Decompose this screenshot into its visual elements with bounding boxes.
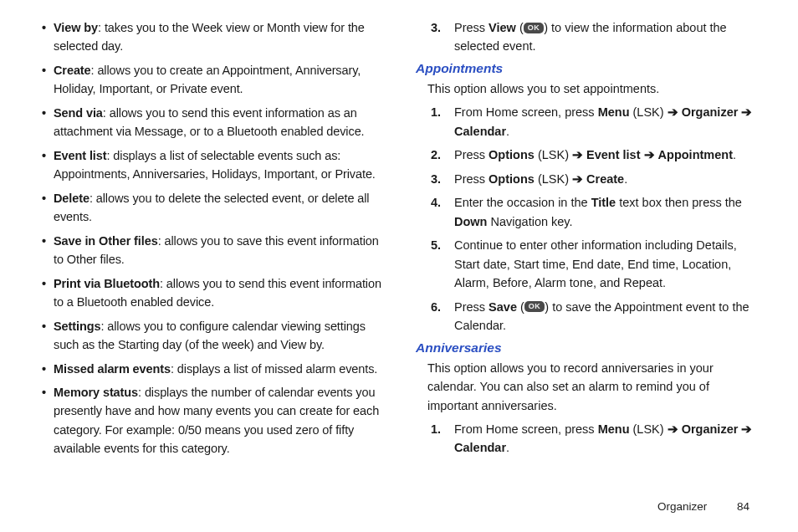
text: Continue to enter other information incl…: [454, 238, 737, 289]
step-number: 5.: [431, 236, 454, 292]
bullet-dot: •: [42, 18, 54, 56]
bullet-item: •Event list: displays a list of selectab…: [42, 146, 382, 184]
bullet-label: Memory status: [54, 386, 138, 399]
step-number: 1.: [431, 103, 454, 141]
bullet-text: Event list: displays a list of selectabl…: [54, 146, 382, 184]
bullet-text: Missed alarm events: displays a list of …: [54, 360, 382, 378]
text: (LSK): [630, 422, 668, 436]
bold-text: Appointment: [658, 148, 733, 161]
arrow-icon: ➔: [741, 105, 752, 119]
footer-page-number: 84: [737, 500, 749, 513]
bullet-desc: : allows you to delete the selected even…: [54, 192, 369, 223]
bullet-text: Send via: allows you to send this event …: [54, 104, 382, 141]
bullet-text: Memory status: displays the number of ca…: [54, 383, 382, 458]
bullet-desc: : takes you to the Week view or Month vi…: [54, 21, 365, 53]
step-item: 3.Press Options (LSK) ➔ Create.: [416, 170, 756, 188]
arrow-icon: ➔: [644, 148, 655, 161]
bullet-dot: •: [42, 146, 54, 184]
bullet-item: •Delete: allows you to delete the select…: [42, 189, 382, 227]
bullet-dot: •: [42, 360, 54, 378]
bullet-text: View by: takes you to the Week view or M…: [54, 18, 382, 56]
bullet-dot: •: [42, 383, 54, 458]
intro-anniversaries: This option allows you to record anniver…: [427, 359, 756, 415]
step-text: Press Options (LSK) ➔ Create.: [454, 170, 756, 188]
bold-text: Calendar: [454, 441, 506, 454]
step-item: 1.From Home screen, press Menu (LSK) ➔ O…: [416, 420, 756, 458]
text: Press: [454, 172, 489, 186]
arrow-icon: ➔: [668, 105, 678, 119]
step-text: From Home screen, press Menu (LSK) ➔ Org…: [454, 103, 756, 141]
bullet-label: Event list: [54, 149, 106, 162]
text: Enter the occasion in the: [454, 196, 591, 209]
text: (: [516, 21, 524, 34]
step-item: 4.Enter the occasion in the Title text b…: [416, 193, 756, 231]
bullet-item: •Missed alarm events: displays a list of…: [42, 360, 382, 378]
bullet-text: Create: allows you to create an Appointm…: [54, 61, 382, 99]
bold-text: Organizer: [682, 422, 739, 436]
text: From Home screen, press: [454, 422, 598, 436]
text: Press: [454, 300, 489, 314]
bullet-dot: •: [42, 104, 54, 141]
ok-icon: OK: [524, 301, 545, 312]
arrow-icon: ➔: [668, 422, 678, 436]
step-item: 3. Press View (OK) to view the informati…: [416, 18, 756, 56]
bullet-label: Delete: [54, 192, 90, 205]
page-body: •View by: takes you to the Week view or …: [0, 0, 798, 499]
bullet-dot: •: [42, 232, 54, 269]
bullet-item: •Create: allows you to create an Appoint…: [42, 61, 382, 99]
bold-text: Options: [489, 172, 535, 186]
text: Navigation key.: [487, 215, 572, 228]
step-item: 5.Continue to enter other information in…: [416, 236, 756, 292]
intro-appointments: This option allows you to set appointmen…: [427, 79, 756, 98]
bold-text: Down: [454, 215, 487, 228]
bullet-item: •Settings: allows you to configure calen…: [42, 317, 382, 355]
step-number: 6.: [431, 298, 454, 335]
arrow-icon: ➔: [572, 148, 583, 161]
bold-text: Create: [586, 172, 624, 186]
ok-icon: OK: [524, 23, 545, 33]
bold-text: Menu: [598, 105, 630, 119]
text: (LSK): [535, 172, 572, 186]
text: Press: [454, 148, 489, 161]
bullet-label: Missed alarm events: [54, 362, 171, 376]
bullet-label: Print via Bluetooth: [54, 277, 160, 290]
bold-text: Organizer: [682, 105, 739, 119]
bullet-item: •Memory status: displays the number of c…: [42, 383, 382, 458]
bullet-label: Settings: [54, 320, 100, 333]
step-text: From Home screen, press Menu (LSK) ➔ Org…: [454, 420, 756, 458]
bullet-desc: : allows you to configure calendar viewi…: [54, 320, 366, 351]
step-item: 2.Press Options (LSK) ➔ Event list ➔ App…: [416, 146, 756, 164]
bold-text: Event list: [586, 148, 640, 161]
anniversaries-steps: 1.From Home screen, press Menu (LSK) ➔ O…: [416, 420, 756, 458]
step-text: Enter the occasion in the Title text box…: [454, 193, 756, 231]
bullet-text: Save in Other files: allows you to save …: [54, 232, 382, 269]
bullet-item: •Send via: allows you to send this event…: [42, 104, 382, 141]
text: From Home screen, press: [454, 105, 598, 119]
bullet-desc: : displays a list of missed alarm events…: [171, 362, 377, 376]
text: (LSK): [535, 148, 572, 161]
text: .: [733, 148, 736, 161]
text: text box then press the: [616, 196, 742, 209]
arrow-icon: ➔: [741, 422, 752, 436]
bullet-item: •View by: takes you to the Week view or …: [42, 18, 382, 56]
text: .: [624, 172, 627, 186]
step-number: 4.: [431, 193, 454, 231]
step-item: 6.Press Save (OK) to save the Appointmen…: [416, 298, 756, 335]
right-column: 3. Press View (OK) to view the informati…: [399, 18, 756, 499]
text: Press: [454, 21, 489, 34]
step-text: Press Options (LSK) ➔ Event list ➔ Appoi…: [454, 146, 756, 164]
step-text: Press Save (OK) to save the Appointment …: [454, 298, 756, 335]
bold-text: Options: [489, 148, 535, 161]
step-number: 3.: [431, 170, 454, 188]
step-text: Press View (OK) to view the information …: [454, 18, 756, 56]
appointments-steps: 1.From Home screen, press Menu (LSK) ➔ O…: [416, 103, 756, 335]
bold-text: Title: [591, 196, 616, 209]
bullet-dot: •: [42, 317, 54, 355]
label-save: Save: [489, 300, 517, 314]
bullet-label: Save in Other files: [54, 234, 158, 248]
bullet-dot: •: [42, 274, 54, 312]
step-item: 1.From Home screen, press Menu (LSK) ➔ O…: [416, 103, 756, 141]
left-column: •View by: takes you to the Week view or …: [42, 18, 399, 499]
bullet-label: Send via: [54, 106, 103, 120]
bold-text: Calendar: [454, 125, 506, 138]
